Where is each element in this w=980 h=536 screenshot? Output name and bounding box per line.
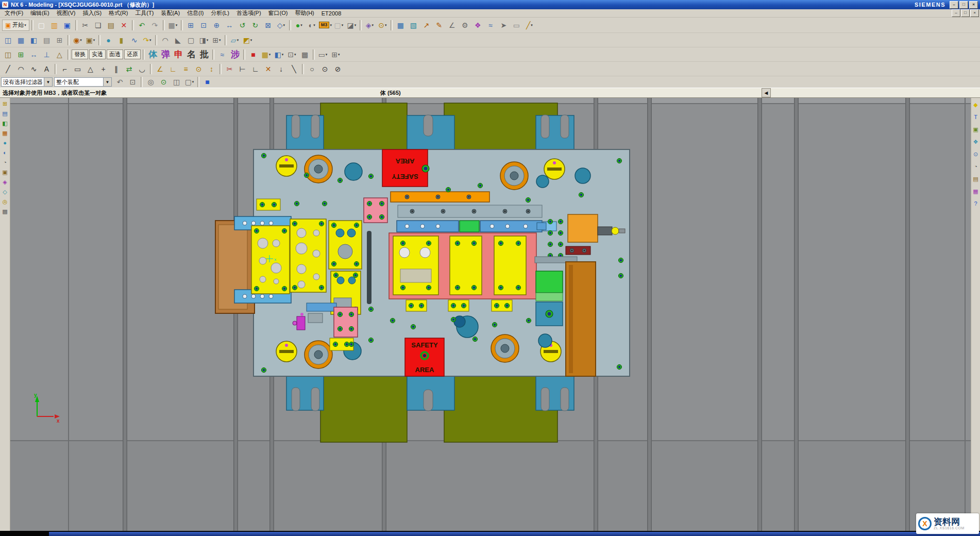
- dialog-form-icon[interactable]: ▦▾: [167, 19, 179, 31]
- new-file-icon[interactable]: ▢: [36, 19, 47, 31]
- chamfer-icon[interactable]: ◣: [172, 34, 184, 46]
- nav-cluster-icon[interactable]: ❖: [472, 19, 484, 31]
- restore-button[interactable]: □: [959, 1, 968, 9]
- shen-macro-button[interactable]: 申: [173, 48, 184, 60]
- profile-icon[interactable]: ⌐: [59, 63, 71, 75]
- palettes-icon[interactable]: ▩: [1, 207, 9, 215]
- view-m3-button[interactable]: M3▾: [319, 19, 332, 31]
- layout-icon[interactable]: ◧: [28, 34, 40, 46]
- roles-icon[interactable]: ◎: [1, 197, 9, 206]
- menu-item-7[interactable]: 信息(I): [183, 9, 207, 17]
- quick-extend-icon[interactable]: ⊢: [236, 63, 248, 75]
- spline-icon[interactable]: ∿: [28, 63, 40, 75]
- spring-macro-button[interactable]: 弹: [160, 48, 172, 60]
- pattern-icon[interactable]: ⊞▾: [211, 34, 223, 46]
- constraint-navigator-icon[interactable]: ▤: [1, 109, 9, 118]
- redo-icon[interactable]: ↷: [149, 19, 161, 31]
- window-cascade-icon[interactable]: ⊞: [185, 19, 197, 31]
- refresh-icon[interactable]: ↻: [249, 19, 261, 31]
- bridge-curve-icon[interactable]: ◡: [136, 63, 148, 75]
- cylinder-icon[interactable]: ▮: [115, 34, 127, 46]
- help-icon[interactable]: ?: [972, 199, 980, 208]
- start-button[interactable]: ▣开始▾: [2, 20, 29, 31]
- background-icon[interactable]: ▢▾: [333, 19, 345, 31]
- dim-constraint-icon[interactable]: ∠: [154, 63, 166, 75]
- spheres-icon[interactable]: ❖: [972, 138, 980, 146]
- restore-button[interactable]: 还原: [124, 49, 141, 59]
- intersect-curve-icon[interactable]: ✕: [262, 63, 274, 75]
- system-materials-icon[interactable]: ▣: [1, 168, 9, 176]
- menu-item-6[interactable]: 装配(A): [157, 9, 183, 17]
- shaded-view-icon[interactable]: ◐▾: [306, 19, 318, 31]
- she-macro-button[interactable]: 涉: [229, 48, 241, 60]
- clock-icon[interactable]: ◔: [972, 162, 980, 171]
- reference-icon[interactable]: ↕: [206, 63, 217, 75]
- chevron-down-icon[interactable]: ▼: [44, 78, 52, 86]
- undo-icon[interactable]: ↶: [136, 19, 148, 31]
- show-constraints-icon[interactable]: ≡: [180, 63, 192, 75]
- menu-item-0[interactable]: 文件(F): [1, 9, 27, 17]
- line-icon[interactable]: ╱: [2, 63, 14, 75]
- make-corner-icon[interactable]: ∟: [249, 63, 261, 75]
- analysis-gear-icon[interactable]: ⚙: [459, 19, 471, 31]
- interior-select-icon[interactable]: ⊙: [158, 76, 170, 88]
- red-cube-icon[interactable]: ■: [247, 48, 259, 60]
- circle-icon[interactable]: ○: [306, 63, 318, 75]
- key-icon[interactable]: ◆: [972, 100, 980, 109]
- project-curve-icon[interactable]: ↓: [275, 63, 287, 75]
- edge-blend-icon[interactable]: ◠: [159, 34, 171, 46]
- safety-label-top[interactable]: SAFETY AREA: [382, 149, 428, 187]
- move-component-icon[interactable]: ↔: [28, 48, 40, 60]
- body-macro-button[interactable]: 体: [147, 48, 159, 60]
- sketch-text-icon[interactable]: A: [41, 63, 53, 75]
- menu-item-1[interactable]: 编辑(E): [27, 9, 53, 17]
- leader-icon[interactable]: ↗: [420, 19, 432, 31]
- explode-icon[interactable]: △: [54, 48, 65, 60]
- select-arrow-icon[interactable]: ➤: [498, 19, 510, 31]
- doc-close-button[interactable]: ×: [970, 9, 979, 17]
- part-navigator-icon[interactable]: ◧: [1, 119, 9, 127]
- selection-scope-dropdown[interactable]: 整个装配 ▼: [54, 77, 112, 87]
- replace-button[interactable]: 替换: [72, 49, 88, 59]
- datum-plane-icon[interactable]: ▱▾: [229, 34, 241, 46]
- zoom-in-icon[interactable]: ⊕: [211, 19, 223, 31]
- solid-cube-icon[interactable]: ■: [201, 76, 213, 88]
- extrude-icon[interactable]: ◩▾: [242, 34, 254, 46]
- zoom-box-icon[interactable]: ⊡: [198, 19, 210, 31]
- derived-line-icon[interactable]: ╲: [288, 63, 300, 75]
- batch-macro-button[interactable]: 批: [198, 48, 210, 60]
- menu-item-11[interactable]: 帮助(H): [291, 9, 317, 17]
- gallery-icon[interactable]: ▦: [972, 187, 980, 195]
- web-browser-icon[interactable]: ◐: [1, 148, 9, 157]
- menu-item-3[interactable]: 插入(S): [79, 9, 105, 17]
- process-studio-icon[interactable]: ◈: [1, 178, 9, 186]
- measure-icon[interactable]: ∠: [446, 19, 458, 31]
- menu-item-5[interactable]: 工具(T): [131, 9, 157, 17]
- assembly-constraint-icon[interactable]: ⊥: [41, 48, 53, 60]
- viewport-canvas[interactable]: SAFETY AREA SAFETY AREA x: [10, 98, 971, 531]
- polygon-icon[interactable]: △: [85, 63, 96, 75]
- point-icon[interactable]: +: [97, 63, 109, 75]
- sphere-primitive-icon[interactable]: ●: [103, 34, 114, 46]
- menu-item-2[interactable]: 视图(V): [53, 9, 79, 17]
- show-hide-icon[interactable]: ◈▾: [364, 19, 376, 31]
- layer-settings-icon[interactable]: ▧: [408, 19, 419, 31]
- fence-select-icon[interactable]: ⊡: [127, 76, 139, 88]
- menu-item-9[interactable]: 首选项(P): [233, 9, 265, 17]
- auto-constrain-icon[interactable]: ∟: [167, 63, 179, 75]
- menu-item-10[interactable]: 窗口(O): [265, 9, 292, 17]
- selection-filter-dropdown[interactable]: 没有选择过滤器 ▼: [1, 77, 53, 87]
- add-component-icon[interactable]: ⊞: [15, 48, 27, 60]
- safety-label-bottom[interactable]: SAFETY AREA: [405, 338, 444, 376]
- save-icon[interactable]: ▣: [61, 19, 73, 31]
- box-select-icon[interactable]: ▣▾: [85, 34, 96, 46]
- assembly-navigator-icon[interactable]: ⊞: [1, 99, 9, 108]
- menu-item-4[interactable]: 格式(R): [105, 9, 131, 17]
- wave-geometry-icon[interactable]: ≈: [216, 48, 228, 60]
- pan-icon[interactable]: ↔: [224, 19, 235, 31]
- shaded-select-icon[interactable]: ◫: [171, 76, 182, 88]
- highlight-icon[interactable]: ◎: [145, 76, 157, 88]
- perimeter-circle-icon[interactable]: ⊘: [332, 63, 344, 75]
- perspective-icon[interactable]: ◇▾: [275, 19, 287, 31]
- arrangements-icon[interactable]: ▩: [299, 48, 311, 60]
